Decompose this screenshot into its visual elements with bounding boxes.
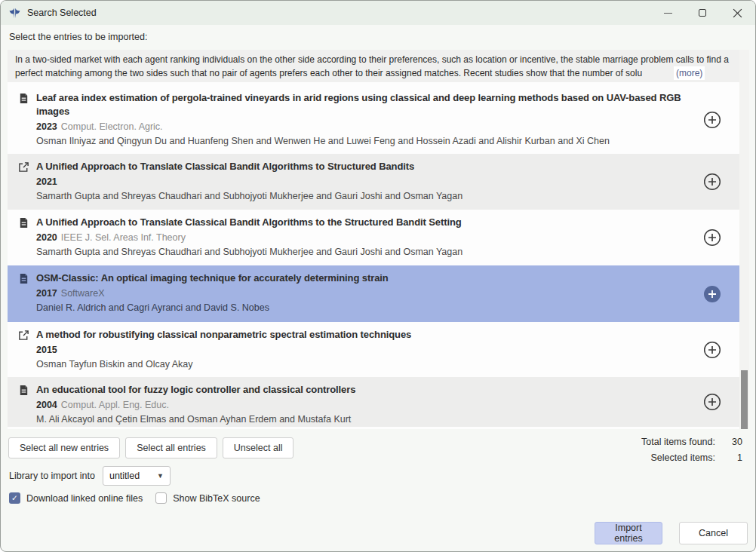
file-text-icon — [18, 385, 29, 396]
entry-journal: SoftwareX — [61, 288, 105, 299]
entry-authors: Osman Tayfun Biskin and Olcay Akay — [36, 359, 694, 370]
entry-title: Leaf area index estimation of pergola-tr… — [36, 91, 694, 118]
maximize-button[interactable] — [685, 1, 720, 25]
entry-year: 2004 — [36, 400, 57, 410]
maximize-icon — [699, 9, 706, 17]
library-label: Library to import into — [9, 471, 95, 481]
selected-items-value: 1 — [715, 452, 742, 463]
unselect-all-button[interactable]: Unselect all — [223, 437, 294, 458]
file-text-icon — [18, 273, 29, 284]
total-items-label: Total items found: — [641, 437, 715, 447]
abstract-line1: In a two-sided market with each agent ra… — [15, 54, 694, 65]
close-button[interactable] — [720, 1, 754, 25]
library-dropdown[interactable]: untitled ▼ — [103, 466, 171, 486]
selection-actions: Select all new entries Select all entrie… — [8, 437, 293, 458]
window-controls — [650, 1, 754, 25]
library-selector-row: Library to import into untitled ▼ — [9, 466, 171, 486]
checkmark-icon: ✓ — [11, 494, 18, 502]
titlebar: Search Selected — [1, 1, 755, 25]
entry-year: 2015 — [36, 345, 57, 355]
entry-journal: Comput. Appl. Eng. Educ. — [61, 400, 169, 410]
show-bibtex-source-checkbox[interactable] — [155, 492, 167, 504]
more-link[interactable]: (more) — [674, 66, 705, 80]
file-text-icon — [18, 217, 29, 228]
abstract-text: In a two-sided market with each agent ra… — [15, 53, 733, 80]
add-entry-button[interactable] — [703, 341, 721, 359]
entry-year: 2020 — [36, 232, 57, 243]
entry-journal: Comput. Electron. Agric. — [61, 121, 163, 132]
vertical-scrollbar[interactable] — [739, 50, 749, 429]
instruction-label: Select the entries to be imported: — [9, 32, 147, 42]
entry-meta: 2020IEEE J. Sel. Areas Inf. Theory — [36, 232, 694, 244]
add-entry-button-selected[interactable] — [703, 285, 721, 303]
external-link-icon — [18, 161, 29, 173]
window-title: Search Selected — [27, 8, 97, 18]
close-icon — [733, 8, 742, 18]
add-entry-button[interactable] — [703, 173, 721, 191]
library-dropdown-value: untitled — [109, 471, 140, 481]
total-items-value: 30 — [715, 437, 742, 447]
entry-meta: 2015 — [36, 345, 694, 356]
cancel-button[interactable]: Cancel — [679, 522, 748, 544]
chevron-down-icon: ▼ — [157, 472, 164, 480]
entry-journal: IEEE J. Sel. Areas Inf. Theory — [61, 232, 186, 243]
entry-meta: 2021 — [36, 176, 694, 188]
entry-year: 2017 — [36, 288, 57, 299]
entry-title: An educational tool for fuzzy logic cont… — [36, 383, 694, 397]
entry-year: 2021 — [36, 176, 57, 187]
select-all-entries-button[interactable]: Select all entries — [125, 437, 217, 458]
entry-meta: 2004Comput. Appl. Eng. Educ. — [36, 400, 694, 411]
add-entry-button[interactable] — [703, 393, 721, 411]
entry-authors: Daniel R. Aldrich and Cagri Ayranci and … — [36, 302, 694, 314]
entry-meta: 2023Comput. Electron. Agric. — [36, 121, 694, 133]
entry-row-selected[interactable]: OSM-Classic: An optical imaging techniqu… — [8, 265, 741, 322]
search-selected-dialog: Search Selected Select the entries to be… — [0, 0, 756, 552]
minimize-icon — [664, 13, 672, 14]
add-entry-button[interactable] — [703, 228, 721, 247]
entry-title: A Unified Approach to Translate Classica… — [36, 160, 694, 173]
entry-row[interactable]: A Unified Approach to Translate Classica… — [8, 210, 741, 265]
dialog-footer: Import entries Cancel — [595, 522, 748, 544]
entry-title: OSM-Classic: An optical imaging techniqu… — [36, 271, 694, 285]
entry-title: A method for robustifying classical nonp… — [36, 328, 694, 342]
download-linked-files-checkbox[interactable]: ✓ — [9, 492, 20, 504]
entry-meta: 2017SoftwareX — [36, 288, 694, 299]
scrollbar-thumb[interactable] — [741, 370, 748, 429]
entry-row[interactable]: Leaf area index estimation of pergola-tr… — [8, 85, 741, 154]
file-text-icon — [18, 93, 29, 104]
abstract-preview: In a two-sided market with each agent ra… — [8, 50, 741, 82]
selected-items-label: Selected items: — [641, 452, 715, 463]
entry-list: In a two-sided market with each agent ra… — [8, 50, 741, 429]
entry-authors: M. Ali Akcayol and Çetin Elmas and Osman… — [36, 414, 694, 425]
entry-year: 2023 — [36, 121, 57, 132]
select-all-new-entries-button[interactable]: Select all new entries — [8, 437, 120, 458]
entry-authors: Samarth Gupta and Shreyas Chaudhari and … — [36, 247, 694, 258]
external-link-icon — [18, 330, 29, 341]
import-options: ✓ Download linked online files Show BibT… — [9, 492, 260, 504]
import-entries-button[interactable]: Import entries — [595, 522, 662, 544]
entry-row[interactable]: An educational tool for fuzzy logic cont… — [8, 377, 741, 427]
entry-authors: Samarth Gupta and Shreyas Chaudhari and … — [36, 191, 694, 202]
entry-row[interactable]: A method for robustifying classical nonp… — [8, 322, 741, 377]
jabref-logo-icon — [8, 7, 21, 20]
minimize-button[interactable] — [650, 1, 685, 25]
add-entry-button[interactable] — [703, 111, 721, 129]
entry-authors: Osman Ilniyaz and Qingyun Du and Huanfen… — [36, 136, 694, 147]
download-linked-files-label: Download linked online files — [26, 493, 143, 504]
entry-row[interactable]: A Unified Approach to Translate Classica… — [8, 154, 741, 210]
entry-title: A Unified Approach to Translate Classica… — [36, 216, 694, 229]
result-stats: Total items found: 30 Selected items: 1 — [641, 437, 742, 463]
show-bibtex-source-label: Show BibTeX source — [173, 493, 260, 504]
